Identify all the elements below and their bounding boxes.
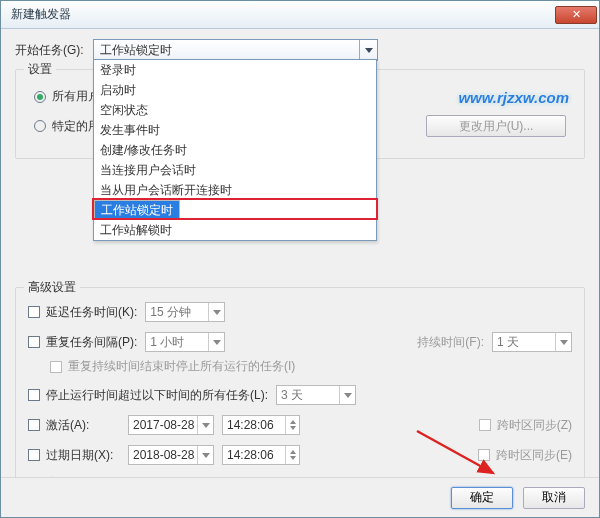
start-task-label: 开始任务(G): bbox=[15, 42, 93, 59]
activate-date[interactable]: 2017-08-28 bbox=[128, 415, 214, 435]
dropdown-option[interactable]: 发生事件时 bbox=[94, 120, 376, 140]
titlebar: 新建触发器 ✕ bbox=[1, 1, 599, 29]
start-task-combo[interactable]: 工作站锁定时 bbox=[93, 39, 378, 61]
start-task-dropdown[interactable]: 登录时启动时空闲状态发生事件时创建/修改任务时当连接用户会话时当从用户会话断开连… bbox=[93, 59, 377, 241]
chevron-down-icon bbox=[339, 386, 355, 404]
spinner-icon bbox=[285, 416, 299, 434]
start-task-value: 工作站锁定时 bbox=[100, 42, 172, 59]
delay-select[interactable]: 15 分钟 bbox=[145, 302, 225, 322]
dropdown-option[interactable]: 当连接用户会话时 bbox=[94, 160, 376, 180]
spinner-icon bbox=[285, 446, 299, 464]
dialog-footer: 确定 取消 bbox=[1, 477, 599, 517]
dialog-window: 新建触发器 ✕ 开始任务(G): 工作站锁定时 登录时启动时空闲状态发生事件时创… bbox=[0, 0, 600, 518]
change-user-button[interactable]: 更改用户(U)... bbox=[426, 115, 566, 137]
tz-sync-e-checkbox[interactable]: 跨时区同步(E) bbox=[478, 447, 572, 464]
dialog-body: 开始任务(G): 工作站锁定时 登录时启动时空闲状态发生事件时创建/修改任务时当… bbox=[1, 29, 599, 505]
repeat-select[interactable]: 1 小时 bbox=[145, 332, 225, 352]
duration-select[interactable]: 1 天 bbox=[492, 332, 572, 352]
chevron-down-icon bbox=[208, 333, 224, 351]
advanced-legend: 高级设置 bbox=[24, 279, 80, 296]
expire-checkbox[interactable]: 过期日期(X): bbox=[28, 447, 120, 464]
stop-repeat-checkbox[interactable]: 重复持续时间结束时停止所有运行的任务(I) bbox=[50, 359, 295, 373]
radio-icon bbox=[34, 91, 46, 103]
close-icon: ✕ bbox=[572, 8, 581, 21]
tz-sync-z-checkbox[interactable]: 跨时区同步(Z) bbox=[479, 417, 572, 434]
ok-button[interactable]: 确定 bbox=[451, 487, 513, 509]
chevron-down-icon bbox=[359, 40, 377, 60]
delay-checkbox[interactable]: 延迟任务时间(K): bbox=[28, 304, 137, 321]
dropdown-option[interactable]: 当从用户会话断开连接时 bbox=[94, 180, 376, 200]
activate-checkbox[interactable]: 激活(A): bbox=[28, 417, 120, 434]
radio-icon bbox=[34, 120, 46, 132]
stop-after-select[interactable]: 3 天 bbox=[276, 385, 356, 405]
advanced-group: 高级设置 延迟任务时间(K): 15 分钟 重复任务间隔(P): 1 小时 持续… bbox=[15, 287, 585, 505]
window-title: 新建触发器 bbox=[11, 6, 71, 23]
radio-specific-user[interactable]: 特定的用 bbox=[34, 118, 100, 135]
dropdown-option[interactable]: 空闲状态 bbox=[94, 100, 376, 120]
chevron-down-icon bbox=[197, 416, 213, 434]
chevron-down-icon bbox=[197, 446, 213, 464]
expire-date[interactable]: 2018-08-28 bbox=[128, 445, 214, 465]
duration-label: 持续时间(F): bbox=[417, 334, 484, 351]
dropdown-option[interactable]: 启动时 bbox=[94, 80, 376, 100]
dropdown-option[interactable]: 创建/修改任务时 bbox=[94, 140, 376, 160]
dropdown-option[interactable]: 登录时 bbox=[94, 60, 376, 80]
activate-time[interactable]: 14:28:06 bbox=[222, 415, 300, 435]
close-button[interactable]: ✕ bbox=[555, 6, 597, 24]
chevron-down-icon bbox=[208, 303, 224, 321]
dropdown-option[interactable]: 工作站解锁时 bbox=[94, 220, 376, 240]
settings-legend: 设置 bbox=[24, 61, 56, 78]
dropdown-option[interactable]: 工作站锁定时 bbox=[94, 200, 180, 220]
chevron-down-icon bbox=[555, 333, 571, 351]
expire-time[interactable]: 14:28:06 bbox=[222, 445, 300, 465]
repeat-checkbox[interactable]: 重复任务间隔(P): bbox=[28, 334, 137, 351]
stop-after-checkbox[interactable]: 停止运行时间超过以下时间的所有任务(L): bbox=[28, 387, 268, 404]
cancel-button[interactable]: 取消 bbox=[523, 487, 585, 509]
